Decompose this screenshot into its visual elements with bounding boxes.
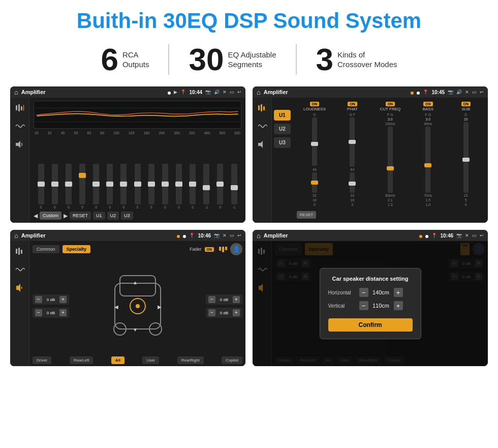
eq-u1-btn[interactable]: U1 bbox=[93, 212, 105, 220]
eq-bottom-bar: ◀ Custom ▶ RESET U1 U2 U3 bbox=[34, 212, 241, 220]
rearright-btn[interactable]: RearRight bbox=[177, 356, 204, 364]
svg-marker-4 bbox=[16, 141, 20, 148]
eq-icon-3[interactable] bbox=[14, 245, 26, 257]
home-icon-3[interactable]: ⌂ bbox=[14, 232, 18, 240]
horizontal-value: 140cm bbox=[371, 289, 391, 295]
eq-slider-7: 0 bbox=[131, 164, 144, 209]
status-time-1: 10:44 bbox=[189, 89, 202, 95]
fl-minus-btn[interactable]: − bbox=[35, 296, 42, 303]
vertical-minus-btn[interactable]: − bbox=[359, 301, 368, 310]
rr-minus-btn[interactable]: − bbox=[208, 309, 215, 316]
svg-rect-9 bbox=[261, 104, 262, 111]
all-btn[interactable]: All bbox=[111, 356, 124, 364]
eq-u2-btn[interactable]: U2 bbox=[107, 212, 119, 220]
bass-on-btn[interactable]: ON bbox=[423, 102, 433, 106]
cutfreq-col: F G 3.0 100Hz 80kHz 2.1 1.3 bbox=[372, 113, 408, 206]
preset-u3-btn[interactable]: U3 bbox=[274, 137, 291, 148]
amp2-main: U1 U2 U3 ON LOUDNESS ON bbox=[272, 98, 488, 223]
eq-reset-btn[interactable]: RESET bbox=[70, 212, 91, 220]
side-icons-3 bbox=[10, 241, 29, 366]
specialty-tab[interactable]: Specialty bbox=[63, 245, 91, 253]
status-bar-2: ⌂ Amplifier 📍 10:45 📷 🔊 ✕ ▭ ↩ bbox=[253, 86, 488, 98]
status-time-3: 10:46 bbox=[198, 233, 211, 238]
screen-content-1: 253240506380100125160200250320400500630 … bbox=[10, 98, 245, 223]
fader-bars bbox=[219, 247, 227, 252]
sub-on-btn[interactable]: ON bbox=[461, 102, 471, 106]
horizontal-plus-btn[interactable]: + bbox=[394, 288, 403, 297]
rearleft-btn[interactable]: RearLeft bbox=[70, 356, 94, 364]
svg-rect-1 bbox=[18, 104, 20, 111]
volume-icon-1: 🔊 bbox=[214, 89, 220, 95]
home-icon-1[interactable]: ⌂ bbox=[14, 88, 18, 96]
amp2-reset-btn[interactable]: RESET bbox=[297, 211, 317, 219]
car-diagram-area: − 0 dB + − 0 dB + bbox=[33, 258, 242, 354]
screen-content-3: Common Specialty Fader ON 👤 bbox=[10, 241, 245, 366]
sub-col: G 20 15 5 0 bbox=[448, 113, 484, 206]
window-icon-4: ▭ bbox=[472, 233, 477, 238]
fl-plus-btn[interactable]: + bbox=[59, 296, 67, 303]
preset-u1-btn[interactable]: U1 bbox=[274, 110, 291, 121]
phat-on-btn[interactable]: ON bbox=[348, 102, 357, 106]
copilot-btn[interactable]: Copilot bbox=[222, 356, 242, 364]
fader-label: Fader bbox=[190, 247, 202, 252]
eq-slider-12: -1 bbox=[200, 164, 213, 209]
loudness-col: G 48 32 16 0 bbox=[297, 113, 332, 206]
svg-text:▶: ▶ bbox=[158, 304, 162, 310]
back-icon-1[interactable]: ↩ bbox=[237, 89, 241, 95]
camera-icon-3: 📷 bbox=[214, 233, 220, 238]
confirm-button[interactable]: Confirm bbox=[328, 318, 413, 332]
horizontal-minus-btn[interactable]: − bbox=[359, 288, 368, 297]
stat-crossover: 3 Kinds of Crossover Modes bbox=[297, 44, 417, 75]
dialog-title: Car speaker distance setting bbox=[328, 276, 413, 282]
status-dot-2b bbox=[417, 87, 420, 97]
back-icon-3[interactable]: ↩ bbox=[237, 233, 241, 238]
eq-u3-btn[interactable]: U3 bbox=[121, 212, 133, 220]
rl-minus-btn[interactable]: − bbox=[35, 309, 42, 316]
next-icon[interactable]: ▶ bbox=[64, 213, 68, 219]
vertical-label: Vertical bbox=[328, 303, 356, 309]
vertical-plus-btn[interactable]: + bbox=[394, 301, 403, 310]
eq-slider-6: 0 bbox=[117, 164, 130, 209]
speaker-icon[interactable] bbox=[14, 138, 26, 151]
horizontal-row: Horizontal − 140cm + bbox=[328, 288, 413, 297]
home-icon-4[interactable]: ⌂ bbox=[257, 232, 261, 240]
eq-icon-2[interactable] bbox=[256, 102, 268, 114]
dialog-overlay: Car speaker distance setting Horizontal … bbox=[253, 241, 488, 366]
speaker-controls-left: − 0 dB + − 0 dB + bbox=[33, 294, 69, 318]
driver-btn[interactable]: Driver bbox=[33, 356, 51, 364]
x-icon-4: ✕ bbox=[465, 233, 469, 238]
rr-plus-btn[interactable]: + bbox=[233, 309, 240, 316]
home-icon-2[interactable]: ⌂ bbox=[257, 88, 261, 96]
speaker-ctrl-rl: − 0 dB + bbox=[33, 308, 69, 318]
wave-icon-3[interactable] bbox=[14, 263, 26, 276]
svg-rect-13 bbox=[18, 248, 20, 255]
screen-title-1: Amplifier bbox=[21, 89, 165, 95]
x-icon-1: ✕ bbox=[223, 89, 227, 95]
screen-title-2: Amplifier bbox=[264, 89, 408, 95]
dialog-screen: ⌂ Amplifier 📍 10:46 📷 ✕ ▭ ↩ bbox=[253, 230, 488, 366]
wave-icon[interactable] bbox=[14, 120, 26, 132]
status-time-4: 10:46 bbox=[440, 233, 453, 238]
eq-custom-btn[interactable]: Custom bbox=[40, 212, 61, 220]
profile-icon[interactable]: 👤 bbox=[230, 243, 242, 255]
svg-rect-14 bbox=[21, 250, 22, 254]
speaker-icon-3[interactable] bbox=[14, 282, 26, 294]
prev-icon[interactable]: ◀ bbox=[34, 213, 38, 219]
rl-plus-btn[interactable]: + bbox=[59, 309, 67, 316]
loudness-on-btn[interactable]: ON bbox=[310, 102, 320, 106]
cutfreq-on-btn[interactable]: ON bbox=[386, 102, 395, 106]
preset-u2-btn[interactable]: U2 bbox=[274, 124, 291, 134]
fr-plus-btn[interactable]: + bbox=[233, 296, 240, 303]
svg-rect-10 bbox=[263, 106, 265, 110]
eq-icon[interactable] bbox=[14, 102, 26, 114]
status-dot-4 bbox=[419, 231, 422, 240]
fr-minus-btn[interactable]: − bbox=[208, 296, 215, 303]
page-wrapper: Buith-in 30EQ DSP Sound System 6 RCA Out… bbox=[0, 0, 498, 448]
svg-text:▼: ▼ bbox=[133, 327, 138, 333]
user-btn[interactable]: User bbox=[142, 356, 159, 364]
back-icon-2[interactable]: ↩ bbox=[480, 89, 484, 95]
back-icon-4[interactable]: ↩ bbox=[480, 233, 484, 238]
common-tab[interactable]: Common bbox=[33, 245, 59, 253]
speaker-icon-2[interactable] bbox=[256, 138, 268, 151]
wave-icon-2[interactable] bbox=[256, 120, 268, 132]
